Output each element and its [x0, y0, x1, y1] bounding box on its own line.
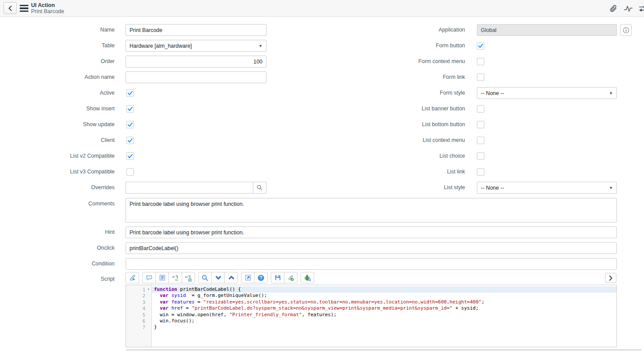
action-name-input[interactable]	[126, 71, 266, 83]
action-name-label: Action name	[0, 71, 115, 83]
help-button[interactable]: ?	[254, 272, 268, 283]
check-icon	[127, 138, 133, 143]
activity-stream-icon[interactable]	[624, 4, 633, 13]
start-search-button[interactable]	[198, 272, 212, 283]
popout-icon	[245, 274, 252, 281]
hint-label: Hint	[0, 226, 115, 238]
script-debugger-button[interactable]	[301, 272, 314, 283]
show-insert-label: Show insert	[0, 103, 115, 115]
condition-input[interactable]	[126, 258, 617, 270]
syntax-editor-icon	[129, 274, 136, 282]
list-bottom-button-label: List bottom button	[311, 119, 465, 131]
code-line[interactable]: 6 win.focus();	[126, 318, 616, 324]
code-lines: 1▾function printBarCodeLabel() {2 var sy…	[126, 286, 616, 331]
code-line[interactable]: 1▾function printBarCodeLabel() {	[126, 286, 616, 293]
list-banner-button-checkbox[interactable]	[477, 105, 484, 113]
back-button[interactable]	[4, 2, 17, 14]
form-context-menu-label: Form context menu	[311, 56, 465, 67]
code-line[interactable]: 5 win = window.open(href, "Printer_frien…	[126, 312, 616, 318]
list-choice-label: List choice	[311, 150, 465, 162]
script-code-editor[interactable]: 1▾function printBarCodeLabel() {2 var sy…	[126, 285, 617, 347]
client-label: Client	[0, 134, 115, 146]
list-style-select-value: -- None --	[481, 185, 504, 191]
info-icon	[623, 27, 630, 34]
form-style-select[interactable]: -- None -- ▼	[477, 87, 617, 99]
comment-icon	[146, 274, 153, 281]
overrides-label: Overrides	[0, 182, 115, 194]
toggle-comment-button[interactable]	[142, 272, 156, 283]
check-icon	[127, 153, 133, 159]
table-select[interactable]: Hardware [alm_hardware] ▼	[126, 40, 266, 52]
form-button-label: Form button	[311, 40, 465, 52]
find-previous-button[interactable]	[224, 272, 238, 283]
show-insert-checkbox[interactable]	[126, 105, 134, 113]
chevron-down-icon: ▼	[609, 91, 613, 95]
find-previous-icon	[228, 274, 235, 281]
replace-button[interactable]: abbc	[168, 272, 182, 283]
svg-text:ab: ab	[172, 275, 175, 278]
svg-text:bc: bc	[175, 278, 178, 281]
page-title: UI Action Print Barcode	[31, 2, 64, 14]
format-code-button[interactable]	[155, 272, 169, 283]
name-input[interactable]	[126, 24, 266, 36]
overrides-input[interactable]	[126, 182, 253, 194]
form-style-select-value: -- None --	[481, 90, 504, 96]
list-choice-checkbox[interactable]	[477, 152, 484, 160]
replace-all-button[interactable]: ab	[182, 272, 195, 283]
syntax-check-button[interactable]	[284, 272, 298, 283]
editor-expand-button[interactable]	[605, 273, 616, 283]
form-context-menu-checkbox[interactable]	[477, 58, 484, 65]
list-style-label: List style	[311, 182, 465, 194]
form-link-checkbox[interactable]	[477, 74, 484, 81]
search-icon	[256, 184, 263, 191]
overrides-lookup-button[interactable]	[253, 182, 266, 194]
personalize-form-icon[interactable]	[639, 4, 644, 13]
application-label: Application	[311, 24, 465, 36]
replace-all-icon: ab	[185, 274, 192, 282]
context-menu-icon[interactable]	[20, 5, 28, 12]
fold-marker-icon[interactable]: ▾	[145, 286, 152, 293]
attachment-icon[interactable]	[609, 4, 618, 13]
code-line[interactable]: 4 var href = "printBarCodeLabel.do?syspa…	[126, 305, 616, 311]
table-label: Table	[0, 40, 115, 52]
code-line[interactable]: 2 var sysid = g_form.getUniqueValue();	[126, 293, 616, 299]
show-update-label: Show update	[0, 119, 115, 131]
code-line[interactable]: 7}	[126, 324, 616, 330]
list-context-menu-checkbox[interactable]	[477, 137, 484, 144]
form-link-label: Form link	[311, 71, 465, 83]
name-label: Name	[0, 24, 115, 36]
list-v3-compatible-label: List v3 Compatible	[0, 166, 115, 178]
onclick-input[interactable]	[126, 242, 617, 254]
syntax-editor-toggle-button[interactable]	[126, 272, 139, 283]
form-button-checkbox[interactable]	[477, 42, 484, 49]
order-input[interactable]	[126, 56, 266, 67]
find-next-button[interactable]	[211, 272, 225, 283]
table-select-value: Hardware [alm_hardware]	[130, 43, 192, 49]
open-popout-button[interactable]	[241, 272, 255, 283]
format-code-icon	[159, 274, 166, 281]
chevron-right-icon	[609, 275, 612, 281]
show-update-checkbox[interactable]	[126, 121, 134, 128]
save-script-button[interactable]	[271, 272, 284, 283]
check-icon	[127, 106, 133, 112]
list-style-select[interactable]: -- None -- ▼	[477, 182, 617, 194]
chevron-left-icon	[8, 6, 12, 11]
list-v2-compatible-checkbox[interactable]	[126, 152, 134, 160]
list-link-label: List link	[311, 166, 465, 178]
active-checkbox[interactable]	[126, 89, 134, 97]
debug-icon	[304, 274, 311, 282]
chevron-down-icon: ▼	[259, 44, 262, 48]
list-link-checkbox[interactable]	[477, 168, 484, 176]
record-type-title: UI Action	[31, 2, 64, 8]
check-icon	[127, 122, 133, 127]
list-bottom-button-checkbox[interactable]	[477, 121, 484, 128]
save-icon	[274, 274, 281, 281]
application-info-button[interactable]	[620, 24, 632, 36]
code-line[interactable]: 3 var features = "resizable=yes,scrollba…	[126, 299, 616, 305]
find-next-icon	[215, 274, 222, 281]
comments-textarea[interactable]: Print barcode label using browser print …	[126, 198, 617, 222]
client-checkbox[interactable]	[126, 137, 134, 144]
hint-input[interactable]	[126, 226, 617, 238]
list-v3-compatible-checkbox[interactable]	[126, 168, 134, 176]
onclick-label: Onclick	[0, 242, 115, 254]
